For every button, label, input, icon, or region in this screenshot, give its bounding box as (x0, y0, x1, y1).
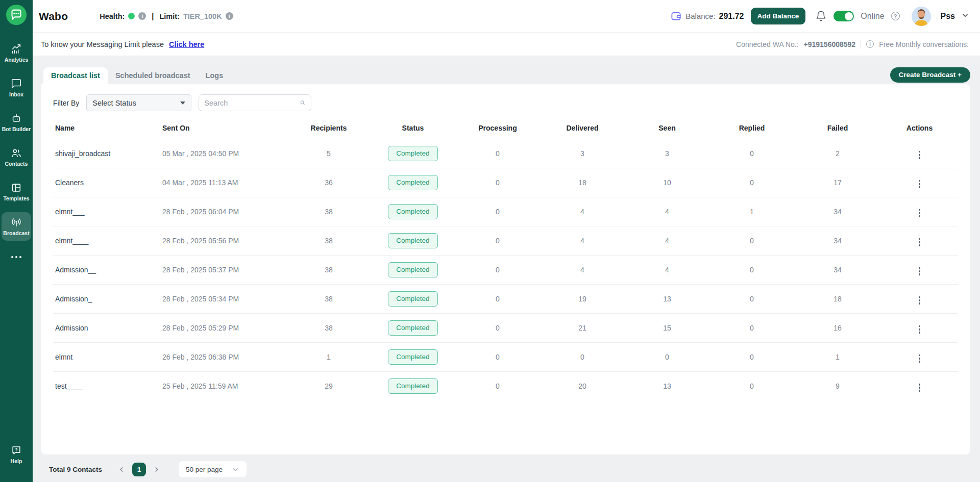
tab-logs[interactable]: Logs (198, 67, 231, 84)
status-badge: Completed (388, 320, 437, 336)
connected-wa-number: +919156008592 (804, 40, 856, 48)
row-actions-kebab-icon[interactable] (915, 149, 925, 161)
free-conversations-label: Free Monthly conversations: (879, 40, 969, 48)
top-header: Wabo Health: i | Limit: TIER_100K i Bala… (33, 0, 980, 33)
chat-logo-icon (6, 4, 27, 26)
sidebar-item-bot-builder[interactable]: Bot Builder (2, 108, 31, 137)
per-page-chevron-down-icon (232, 466, 239, 473)
sent-on-cell: 28 Feb , 2025 05:29 PM (160, 314, 287, 343)
sidebar: Analytics Inbox Bot Builder (0, 0, 33, 482)
sidebar-item-label: Broadcast (3, 230, 29, 236)
row-actions-kebab-icon[interactable] (915, 178, 925, 190)
add-balance-button[interactable]: Add Balance (751, 8, 806, 24)
pagination-bar: Total 9 Contacts 1 50 per page (41, 461, 970, 478)
table-row: elmnt____ 28 Feb , 2025 05:56 PM 38 Comp… (53, 226, 958, 256)
broadcast-name-link[interactable]: elmnt____ (55, 237, 88, 245)
status-badge: Completed (388, 378, 437, 394)
column-header-seen: Seen (625, 119, 709, 139)
sent-on-cell: 04 Mar , 2025 11:13 AM (160, 168, 287, 197)
seen-cell: 4 (625, 197, 709, 226)
health-status-dot (128, 13, 135, 19)
processing-cell: 0 (455, 372, 540, 401)
sent-on-cell: 05 Mar , 2025 04:50 PM (160, 139, 287, 168)
search-input[interactable] (204, 99, 300, 107)
failed-cell: 9 (794, 372, 881, 401)
limit-info-icon[interactable]: i (226, 12, 233, 20)
notifications-bell-icon[interactable] (815, 10, 827, 22)
broadcast-name-link[interactable]: shivaji_broadcast (55, 149, 110, 158)
sent-on-cell: 25 Feb , 2025 11:59 AM (160, 372, 287, 401)
next-page-chevron-icon[interactable] (151, 464, 162, 475)
broadcast-name-link[interactable]: Cleaners (55, 179, 84, 187)
broadcast-name-link[interactable]: Admission_ (55, 295, 92, 303)
table-row: elmnt___ 28 Feb , 2025 06:04 PM 38 Compl… (53, 197, 958, 226)
sidebar-item-label: Templates (3, 195, 29, 201)
row-actions-kebab-icon[interactable] (915, 236, 925, 248)
user-menu-chevron-down-icon[interactable] (962, 12, 969, 21)
balance-value: 291.72 (719, 12, 744, 21)
column-header-failed: Failed (794, 119, 881, 139)
sidebar-item-contacts[interactable]: Contacts (2, 143, 31, 171)
health-info-icon[interactable]: i (138, 12, 146, 20)
app-logo[interactable] (6, 4, 27, 26)
prev-page-chevron-icon[interactable] (116, 464, 128, 475)
processing-cell: 0 (455, 139, 540, 168)
column-header-sent-on: Sent On (160, 119, 287, 139)
row-actions-kebab-icon[interactable] (915, 352, 925, 365)
replied-cell: 0 (709, 314, 794, 343)
online-toggle[interactable] (834, 11, 854, 21)
broadcast-name-link[interactable]: test____ (55, 382, 83, 390)
search-icon (300, 98, 306, 107)
seen-cell: 3 (625, 139, 709, 168)
sidebar-item-analytics[interactable]: Analytics (2, 39, 31, 67)
delivered-cell: 19 (540, 285, 625, 314)
seen-cell: 4 (625, 256, 709, 285)
connected-wa-label: Connected WA No.: (736, 40, 798, 48)
failed-cell: 1 (794, 343, 881, 372)
failed-cell: 34 (794, 197, 881, 226)
health-limit-group: Health: i | Limit: TIER_100K i (100, 12, 233, 20)
table-row: shivaji_broadcast 05 Mar , 2025 04:50 PM… (53, 139, 958, 168)
table-row: Cleaners 04 Mar , 2025 11:13 AM 36 Compl… (53, 168, 958, 197)
sidebar-item-help[interactable]: ? Help (2, 440, 31, 469)
delivered-cell: 18 (540, 168, 625, 197)
sent-on-cell: 28 Feb , 2025 05:37 PM (160, 256, 287, 285)
tab-scheduled-broadcast[interactable]: Scheduled broadcast (108, 67, 198, 84)
row-actions-kebab-icon[interactable] (915, 265, 925, 277)
current-page-button[interactable]: 1 (132, 463, 146, 476)
sidebar-item-templates[interactable]: Templates (2, 177, 31, 206)
column-header-status: Status (371, 119, 455, 139)
online-help-icon[interactable]: ? (891, 12, 900, 20)
tab-broadcast-list[interactable]: Broadcast list (43, 67, 108, 84)
row-actions-kebab-icon[interactable] (915, 323, 925, 336)
templates-icon (11, 182, 22, 193)
replied-cell: 0 (709, 372, 794, 401)
broadcast-table-body: shivaji_broadcast 05 Mar , 2025 04:50 PM… (53, 139, 958, 401)
click-here-link[interactable]: Click here (169, 40, 204, 48)
status-badge: Completed (388, 233, 437, 248)
per-page-select[interactable]: 50 per page (178, 461, 247, 478)
sidebar-item-broadcast[interactable]: Broadcast (2, 212, 31, 241)
recipients-cell: 1 (287, 343, 371, 372)
broadcast-name-link[interactable]: elmnt___ (55, 208, 85, 216)
replied-cell: 0 (709, 168, 794, 197)
inbox-icon (11, 78, 22, 89)
delivered-cell: 0 (540, 343, 625, 372)
broadcast-list-panel: Filter By Select Status (41, 84, 970, 454)
row-actions-kebab-icon[interactable] (915, 294, 925, 307)
status-filter-select[interactable]: Select Status (86, 94, 191, 111)
row-actions-kebab-icon[interactable] (915, 382, 925, 394)
broadcast-name-link[interactable]: Admission (55, 324, 88, 332)
seen-cell: 0 (625, 343, 709, 372)
sidebar-more-icon[interactable] (11, 252, 21, 262)
row-actions-kebab-icon[interactable] (915, 207, 925, 219)
create-broadcast-button[interactable]: Create Broadcast + (890, 67, 970, 83)
recipients-cell: 5 (287, 139, 371, 168)
sidebar-item-inbox[interactable]: Inbox (2, 73, 31, 102)
bot-builder-icon (11, 113, 22, 124)
seen-cell: 15 (625, 314, 709, 343)
broadcast-name-link[interactable]: elmnt (55, 353, 72, 361)
sidebar-item-label: Help (11, 458, 22, 464)
broadcast-name-link[interactable]: Admission__ (55, 266, 96, 274)
user-avatar[interactable] (912, 7, 931, 26)
